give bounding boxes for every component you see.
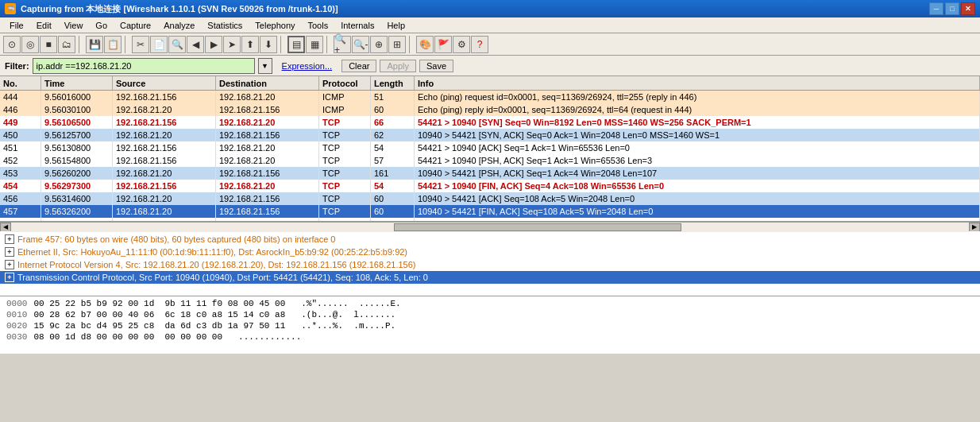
apply-button[interactable]: Apply: [380, 60, 416, 72]
toolbar-sep-5: [409, 36, 413, 53]
header-length: Length: [371, 76, 415, 90]
detail-row[interactable]: +Ethernet II, Src: HokuyoAu_11:11:f0 (00…: [0, 246, 980, 258]
packet-row[interactable]: 453 9.56260200 192.168.21.20 192.168.21.…: [0, 167, 980, 180]
down-button[interactable]: ⬇: [260, 36, 277, 53]
cell-source: 192.168.21.20: [113, 167, 216, 180]
detail-row[interactable]: +Transmission Control Protocol, Src Port…: [0, 271, 980, 284]
menu-analyze[interactable]: Analyze: [157, 19, 201, 32]
detail-row[interactable]: +Frame 457: 60 bytes on wire (480 bits),…: [0, 233, 980, 246]
cell-length: 51: [371, 91, 415, 103]
menu-capture[interactable]: Capture: [114, 19, 157, 32]
copy-button[interactable]: 📄: [150, 36, 168, 53]
save-button[interactable]: 💾: [86, 36, 103, 53]
cell-destination: 192.168.21.156: [216, 129, 319, 141]
new-capture-button[interactable]: ⊙: [3, 36, 21, 53]
packet-rows: 444 9.56016000 192.168.21.156 192.168.21…: [0, 91, 980, 222]
save-filter-button[interactable]: Save: [419, 60, 453, 72]
cell-length: 54: [371, 180, 415, 192]
cell-time: 9.56154800: [41, 154, 113, 167]
packet-row[interactable]: 449 9.56106500 192.168.21.156 192.168.21…: [0, 116, 980, 129]
menu-file[interactable]: File: [3, 19, 30, 32]
menu-help[interactable]: Help: [380, 19, 411, 32]
scroll-left-button[interactable]: ◀: [0, 223, 11, 232]
menu-internals[interactable]: Internals: [334, 19, 380, 32]
clear-button[interactable]: Clear: [341, 60, 376, 72]
detail-view-button[interactable]: ▦: [306, 36, 323, 53]
menu-statistics[interactable]: Statistics: [201, 19, 249, 32]
menu-tools[interactable]: Tools: [302, 19, 335, 32]
scrollbar-thumb[interactable]: [394, 223, 681, 231]
filter-input[interactable]: [33, 58, 255, 74]
packet-row[interactable]: 457 9.56326200 192.168.21.20 192.168.21.…: [0, 205, 980, 218]
hex-ascii: ............: [238, 332, 301, 342]
prefs-button[interactable]: ⚙: [453, 36, 470, 53]
expand-icon[interactable]: +: [5, 247, 14, 257]
cell-source: 192.168.21.20: [113, 205, 216, 218]
filter-dropdown[interactable]: ▼: [258, 58, 272, 74]
horizontal-scrollbar[interactable]: ◀ ▶: [0, 222, 980, 231]
detail-label: Internet Protocol Version 4, Src: 192.16…: [17, 260, 415, 269]
cell-source: 192.168.21.156: [113, 141, 216, 154]
packet-row[interactable]: 452 9.56154800 192.168.21.156 192.168.21…: [0, 154, 980, 167]
cell-protocol: ICMP: [319, 103, 371, 116]
cell-source: 192.168.21.156: [113, 91, 216, 103]
close-button[interactable]: ✕: [961, 2, 975, 15]
detail-row[interactable]: +Internet Protocol Version 4, Src: 192.1…: [0, 258, 980, 271]
back-button[interactable]: ◀: [187, 36, 204, 53]
scroll-right-button[interactable]: ▶: [969, 223, 980, 232]
cut-button[interactable]: ✂: [132, 36, 149, 53]
forward-button[interactable]: ▶: [205, 36, 222, 53]
cell-info: Echo (ping) reply id=0x0001, seq=11369/2…: [415, 103, 980, 116]
packet-row[interactable]: 446 9.56030100 192.168.21.20 192.168.21.…: [0, 103, 980, 116]
open-button[interactable]: ◎: [21, 36, 39, 53]
reload-button[interactable]: 🗂: [58, 36, 75, 53]
packet-row[interactable]: 451 9.56130800 192.168.21.156 192.168.21…: [0, 141, 980, 154]
main-content: No. Time Source Destination Protocol Len…: [0, 76, 980, 422]
list-view-button[interactable]: ▤: [287, 36, 305, 53]
detail-label: Transmission Control Protocol, Src Port:…: [17, 273, 428, 282]
scrollbar-track[interactable]: [11, 223, 969, 232]
find-button[interactable]: 🔍: [168, 36, 186, 53]
menu-go[interactable]: Go: [89, 19, 114, 32]
cell-length: 66: [371, 116, 415, 129]
cell-destination: 192.168.21.156: [216, 205, 319, 218]
header-time: Time: [41, 76, 113, 90]
go-button[interactable]: ➤: [223, 36, 241, 53]
help-button[interactable]: ?: [471, 36, 488, 53]
zoom-reset-button[interactable]: ⊕: [370, 36, 388, 53]
menu-edit[interactable]: Edit: [30, 19, 58, 32]
close-button[interactable]: ■: [40, 36, 57, 53]
cell-destination: 192.168.21.20: [216, 154, 319, 167]
packet-list-header: No. Time Source Destination Protocol Len…: [0, 76, 980, 91]
zoom-in-button[interactable]: 🔍+: [334, 36, 351, 53]
expand-icon[interactable]: +: [5, 234, 14, 244]
zoom-out-button[interactable]: 🔍-: [352, 36, 369, 53]
expand-icon[interactable]: +: [5, 260, 14, 269]
expand-icon[interactable]: +: [5, 273, 14, 282]
zoom-fit-button[interactable]: ⊞: [388, 36, 406, 53]
minimize-button[interactable]: ─: [929, 2, 943, 15]
toolbar-group-2: 💾 📋: [86, 36, 122, 53]
hex-bytes: 00 28 62 b7 00 00 40 06 6c 18 c0 a8 15 1…: [33, 310, 285, 319]
expression-button[interactable]: Expression...: [276, 60, 339, 72]
cell-info: 54421 > 10940 [FIN, ACK] Seq=4 Ack=108 W…: [415, 180, 980, 192]
hex-row: 001000 28 62 b7 00 00 40 06 6c 18 c0 a8 …: [6, 309, 974, 320]
save-as-button[interactable]: 📋: [104, 36, 122, 53]
up-button[interactable]: ⬆: [241, 36, 259, 53]
cell-source: 192.168.21.20: [113, 129, 216, 141]
packet-row[interactable]: 456 9.56314600 192.168.21.20 192.168.21.…: [0, 192, 980, 205]
colorize-button[interactable]: 🎨: [416, 36, 434, 53]
cell-destination: 192.168.21.20: [216, 116, 319, 129]
mark-button[interactable]: 🚩: [434, 36, 452, 53]
menu-bar: File Edit View Go Capture Analyze Statis…: [0, 17, 980, 33]
maximize-button[interactable]: □: [945, 2, 959, 15]
packet-list[interactable]: No. Time Source Destination Protocol Len…: [0, 76, 980, 222]
menu-telephony[interactable]: Telephony: [249, 19, 301, 32]
cell-protocol: TCP: [319, 141, 371, 154]
toolbar-sep-4: [326, 36, 330, 53]
packet-row[interactable]: 454 9.56297300 192.168.21.156 192.168.21…: [0, 180, 980, 192]
packet-row[interactable]: 450 9.56125700 192.168.21.20 192.168.21.…: [0, 129, 980, 141]
menu-view[interactable]: View: [58, 19, 90, 32]
cell-info: 10940 > 54421 [PSH, ACK] Seq=1 Ack=4 Win…: [415, 167, 980, 180]
packet-row[interactable]: 444 9.56016000 192.168.21.156 192.168.21…: [0, 91, 980, 103]
